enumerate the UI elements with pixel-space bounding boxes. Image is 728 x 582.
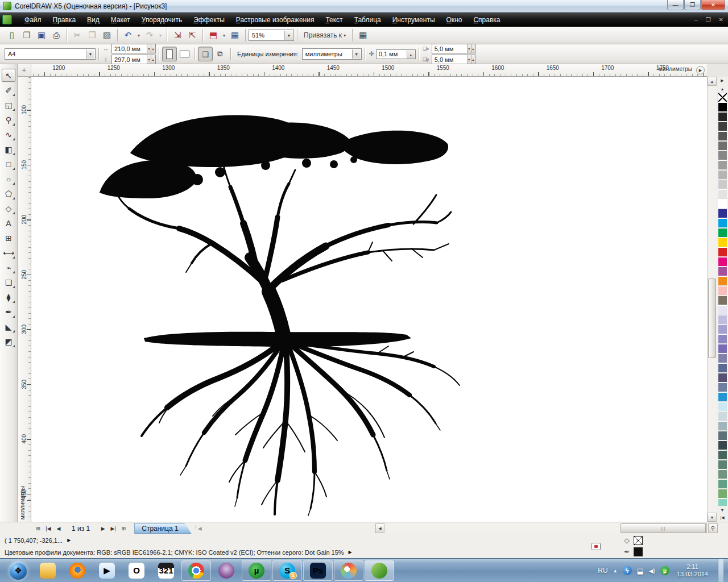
palette-scroll-up-button[interactable]: ▲ xyxy=(717,85,728,93)
duplicate-y-field[interactable]: 5,0 мм ▾▴ xyxy=(432,55,476,64)
ruler-origin[interactable]: ✛ xyxy=(18,64,31,77)
color-swatch[interactable] xyxy=(718,411,727,421)
color-swatch[interactable] xyxy=(718,469,727,479)
color-swatch[interactable] xyxy=(718,344,727,354)
color-swatch[interactable] xyxy=(718,363,727,373)
color-swatch[interactable] xyxy=(718,199,727,209)
palette-flyout-button[interactable]: ▶ xyxy=(717,77,728,85)
network-tray-icon[interactable]: ⬓ xyxy=(637,567,644,575)
close-button[interactable]: ✕ xyxy=(701,0,725,10)
chrome-icon[interactable] xyxy=(181,560,211,581)
basic-shapes-tool-icon[interactable]: ◇ xyxy=(2,202,15,215)
launcher-dropdown-icon[interactable]: ▾ xyxy=(221,28,228,42)
menu-table[interactable]: Таблица xyxy=(349,14,387,26)
menu-arrange[interactable]: Упорядочить xyxy=(136,14,188,26)
fill-color-indicator[interactable] xyxy=(634,536,643,545)
color-swatch[interactable] xyxy=(718,286,727,296)
color-swatch[interactable] xyxy=(718,180,727,189)
photoshop-icon[interactable]: Ps xyxy=(303,560,333,581)
color-swatch[interactable] xyxy=(718,334,727,344)
smart-fill-tool-icon[interactable]: ◧ xyxy=(2,143,15,156)
opera-icon[interactable]: O xyxy=(122,560,151,581)
color-swatch[interactable] xyxy=(718,122,727,131)
color-swatch[interactable] xyxy=(718,209,727,218)
menu-file[interactable]: Файл xyxy=(19,14,47,26)
zoom-level-combo[interactable]: 51% ▼ xyxy=(249,30,294,41)
tree-silhouette-artwork[interactable] xyxy=(95,109,470,522)
mdi-close-button[interactable]: ✕ xyxy=(719,16,723,23)
fill-tool-icon[interactable]: ◣ xyxy=(2,320,15,333)
utorrent-icon[interactable]: µ xyxy=(242,560,271,581)
color-swatch[interactable] xyxy=(718,354,727,363)
horizontal-ruler[interactable]: 1200125013001350140014501500155016001650… xyxy=(31,64,707,77)
color-swatch[interactable] xyxy=(718,267,727,276)
duplicate-x-spinner[interactable]: ▾▴ xyxy=(467,44,475,53)
color-swatch[interactable] xyxy=(718,315,727,325)
scroll-down-icon[interactable]: ▼ xyxy=(708,513,717,522)
color-swatch[interactable] xyxy=(718,498,727,506)
open-icon[interactable]: ❒ xyxy=(19,28,34,42)
color-swatch[interactable] xyxy=(718,238,727,247)
horizontal-scrollbar[interactable]: ◀ ||| ▶ xyxy=(375,523,707,533)
zoom-dropdown-icon[interactable]: ▼ xyxy=(284,31,293,40)
menu-layout[interactable]: Макет xyxy=(105,14,136,26)
media-player-icon[interactable]: ▶ xyxy=(92,560,122,581)
color-swatch[interactable] xyxy=(718,489,727,498)
interactive-fill-tool-icon[interactable]: ◩ xyxy=(2,335,15,348)
no-color-swatch[interactable] xyxy=(718,93,727,102)
menu-view[interactable]: Вид xyxy=(81,14,105,26)
firefox-icon[interactable] xyxy=(63,560,92,581)
color-swatch[interactable] xyxy=(718,141,727,151)
paper-width-field[interactable]: 210,0 мм ▾▴ xyxy=(111,44,156,53)
vertical-scrollbar-thumb[interactable] xyxy=(708,278,716,358)
units-dropdown-icon[interactable]: ▼ xyxy=(352,49,361,59)
color-swatch[interactable] xyxy=(718,373,727,383)
color-swatch[interactable] xyxy=(718,325,727,334)
show-desktop-button[interactable] xyxy=(718,559,723,582)
color-swatch[interactable] xyxy=(718,276,727,286)
paper-type-combo[interactable]: A4 ▼ xyxy=(5,48,96,60)
paper-height-field[interactable]: 297,0 мм ▾▴ xyxy=(111,55,156,64)
scroll-left-icon[interactable]: ◀ xyxy=(375,523,384,533)
color-swatch[interactable] xyxy=(718,383,727,392)
page-tab[interactable]: Страница 1 xyxy=(134,523,191,534)
drawing-canvas[interactable] xyxy=(31,77,707,522)
color-swatch[interactable] xyxy=(718,151,727,160)
color-swatch[interactable] xyxy=(718,440,727,450)
blend-tool-icon[interactable]: ❏ xyxy=(2,276,15,289)
copy-icon[interactable]: ❐ xyxy=(85,28,100,42)
color-swatch[interactable] xyxy=(718,218,727,228)
import-icon[interactable]: ⇲ xyxy=(170,28,185,42)
color-swatch[interactable] xyxy=(718,160,727,170)
palette-scroll-down-button[interactable]: ▼ xyxy=(717,506,728,514)
ruler-options-button[interactable]: ▶ xyxy=(696,66,705,74)
text-tool-icon[interactable]: A xyxy=(2,217,15,230)
dimension-tool-icon[interactable]: ⟷ xyxy=(2,246,15,259)
status-expand-icon[interactable]: ▶ xyxy=(349,550,352,555)
flash-tray-icon[interactable]: ϟ xyxy=(623,566,632,575)
color-swatch[interactable] xyxy=(718,402,727,411)
horizontal-scrollbar-thumb[interactable]: ||| xyxy=(621,523,706,533)
pick-tool-icon[interactable]: ↖ xyxy=(2,69,15,82)
all-pages-button[interactable]: ❑ xyxy=(198,47,213,61)
menu-edit[interactable]: Правка xyxy=(47,14,82,26)
color-swatch[interactable] xyxy=(718,228,727,238)
export-icon[interactable]: ⇱ xyxy=(185,28,200,42)
duplicate-x-field[interactable]: 5,0 мм ▾▴ xyxy=(432,44,476,53)
rectangle-tool-icon[interactable]: □ xyxy=(2,157,15,171)
menu-effects[interactable]: Эффекты xyxy=(188,14,230,26)
previous-page-button[interactable]: ◀ xyxy=(53,523,64,534)
color-swatch[interactable] xyxy=(718,421,727,431)
color-swatch[interactable] xyxy=(718,479,727,489)
new-document-icon[interactable]: ▯ xyxy=(5,28,19,42)
color-swatch[interactable] xyxy=(718,170,727,180)
outline-pen-tool-icon[interactable]: ✒ xyxy=(2,305,15,318)
paint-icon[interactable] xyxy=(334,560,363,581)
redo-dropdown-icon[interactable]: ▾ xyxy=(157,28,164,42)
snap-to-button[interactable]: Привязать к ▾ xyxy=(300,28,349,42)
color-swatch[interactable] xyxy=(718,131,727,141)
first-page-button[interactable]: |◀ xyxy=(43,523,53,534)
color-swatch[interactable] xyxy=(718,257,727,267)
outline-color-indicator[interactable] xyxy=(634,547,643,556)
menu-bitmaps[interactable]: Растровые изображения xyxy=(230,14,320,26)
